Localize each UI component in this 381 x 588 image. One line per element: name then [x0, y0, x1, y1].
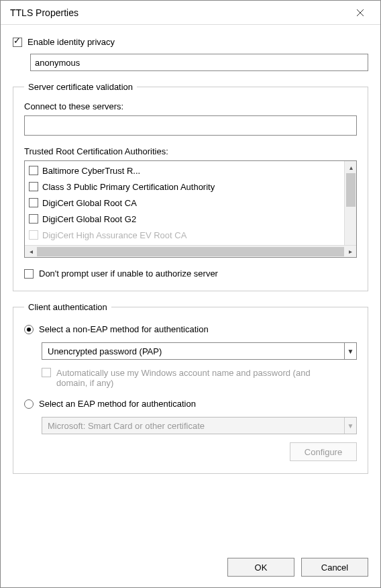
enable-identity-privacy-label: Enable identity privacy: [28, 37, 115, 47]
non-eap-radio-label: Select a non-EAP method for authenticati…: [39, 324, 209, 334]
ca-item-checkbox[interactable]: [29, 214, 38, 224]
ca-item-label: DigiCert High Assurance EV Root CA: [42, 230, 186, 240]
eap-method-value: Microsoft: Smart Card or other certifica…: [42, 421, 344, 431]
non-eap-method-value: Unencrypted password (PAP): [42, 346, 344, 356]
non-eap-radio[interactable]: [24, 325, 34, 334]
dialog-button-row: OK Cancel: [1, 550, 380, 587]
connect-servers-label: Connect to these servers:: [24, 101, 357, 111]
chevron-down-icon: ▼: [344, 418, 356, 434]
scrollbar-thumb[interactable]: [37, 247, 344, 256]
client-authentication-legend: Client authentication: [24, 302, 111, 312]
dont-prompt-label: Don't prompt user if unable to authorize…: [39, 268, 218, 279]
identity-privacy-input[interactable]: [30, 54, 368, 71]
window-title: TTLS Properties: [10, 7, 347, 18]
list-item[interactable]: DigiCert Global Root G2: [29, 211, 344, 227]
auto-windows-credentials-label: Automatically use my Windows account nam…: [56, 368, 311, 388]
ok-button[interactable]: OK: [227, 558, 294, 577]
close-icon: [356, 9, 364, 17]
list-item[interactable]: Class 3 Public Primary Certification Aut…: [29, 179, 344, 195]
titlebar: TTLS Properties: [1, 1, 380, 25]
trusted-ca-listbox[interactable]: Baltimore CyberTrust R... Class 3 Public…: [24, 160, 357, 258]
configure-button: Configure: [290, 442, 357, 461]
ca-item-checkbox[interactable]: [29, 166, 38, 175]
eap-radio-label: Select an EAP method for authentication: [39, 399, 196, 409]
vertical-scrollbar[interactable]: ▴: [344, 161, 356, 245]
horizontal-scrollbar[interactable]: ◂ ▸: [25, 245, 356, 257]
eap-radio[interactable]: [24, 399, 34, 409]
dont-prompt-checkbox[interactable]: [24, 269, 34, 279]
non-eap-method-dropdown[interactable]: Unencrypted password (PAP) ▼: [42, 342, 357, 360]
auto-windows-credentials-checkbox: [42, 368, 51, 377]
chevron-down-icon[interactable]: ▼: [344, 343, 356, 359]
enable-identity-privacy-checkbox[interactable]: [13, 38, 22, 47]
server-cert-validation-group: Server certificate validation Connect to…: [13, 82, 368, 291]
ca-item-checkbox[interactable]: [29, 198, 38, 207]
trusted-ca-label: Trusted Root Certification Authorities:: [24, 146, 357, 156]
scrollbar-thumb[interactable]: [346, 173, 356, 207]
ca-item-checkbox[interactable]: [29, 182, 38, 191]
cancel-button[interactable]: Cancel: [301, 558, 368, 577]
chevron-left-icon[interactable]: ◂: [25, 246, 37, 258]
enable-identity-privacy-row: Enable identity privacy: [13, 37, 368, 47]
trusted-ca-items: Baltimore CyberTrust R... Class 3 Public…: [25, 161, 344, 245]
ca-item-label: Baltimore CyberTrust R...: [42, 166, 140, 176]
chevron-up-icon[interactable]: ▴: [345, 161, 356, 173]
eap-method-dropdown: Microsoft: Smart Card or other certifica…: [42, 417, 357, 434]
close-button[interactable]: [347, 3, 374, 23]
server-cert-validation-legend: Server certificate validation: [24, 82, 137, 92]
chevron-right-icon[interactable]: ▸: [344, 246, 356, 258]
ttls-properties-dialog: TTLS Properties Enable identity privacy …: [0, 0, 381, 588]
list-item[interactable]: Baltimore CyberTrust R...: [29, 162, 344, 179]
ca-item-label: Class 3 Public Primary Certification Aut…: [42, 182, 215, 192]
connect-servers-input[interactable]: [24, 115, 357, 136]
list-item[interactable]: DigiCert High Assurance EV Root CA: [29, 227, 344, 243]
list-item[interactable]: DigiCert Global Root CA: [29, 195, 344, 211]
ca-item-label: DigiCert Global Root G2: [42, 214, 136, 224]
ca-item-label: DigiCert Global Root CA: [42, 198, 137, 208]
client-authentication-group: Client authentication Select a non-EAP m…: [13, 302, 368, 474]
ca-item-checkbox[interactable]: [29, 230, 38, 240]
